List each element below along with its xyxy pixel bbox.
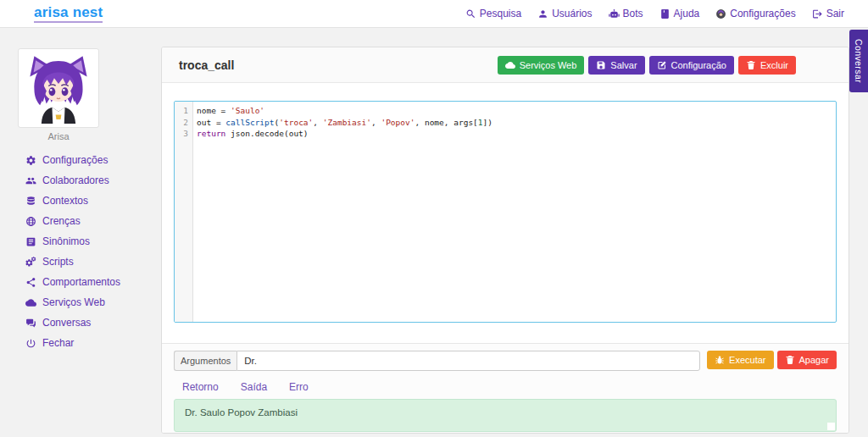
servicos-web-button[interactable]: Serviços Web bbox=[498, 56, 585, 75]
card-header: troca_call Serviços Web Salvar Configura… bbox=[162, 47, 849, 83]
code-line: 1nome = 'Saulo' bbox=[175, 105, 836, 117]
avatar-caption: Arisa bbox=[18, 131, 99, 141]
sidebar-item-contextos[interactable]: Contextos bbox=[25, 191, 120, 211]
nav-item-ajuda[interactable]: Ajuda bbox=[659, 8, 700, 19]
script-card: troca_call Serviços Web Salvar Configura… bbox=[161, 47, 849, 434]
editor-lines: 1nome = 'Saulo'2out = callScript('troca'… bbox=[175, 102, 836, 140]
trash-icon bbox=[785, 355, 795, 365]
nav-item-pesquisa[interactable]: Pesquisa bbox=[465, 8, 521, 19]
tab-erro[interactable]: Erro bbox=[289, 381, 309, 393]
share-icon bbox=[25, 277, 36, 288]
button-label: Excluir bbox=[760, 60, 788, 70]
nav-item-label: Sair bbox=[826, 8, 844, 19]
cloud-icon bbox=[505, 60, 515, 70]
comments-icon bbox=[25, 318, 36, 329]
nav-item-label: Configurações bbox=[730, 8, 795, 19]
trash-icon bbox=[746, 60, 756, 70]
sidebar-item-sinonimos[interactable]: Sinônimos bbox=[25, 231, 120, 252]
code-editor[interactable]: 1nome = 'Saulo'2out = callScript('troca'… bbox=[174, 101, 837, 323]
header-buttons: Serviços Web Salvar Configuração Excluir bbox=[498, 56, 796, 75]
sidebar-item-label: Contextos bbox=[42, 195, 88, 207]
navbar-menu: Pesquisa Usuários Bots Ajuda Configuraçõ… bbox=[449, 8, 844, 19]
book-icon bbox=[659, 8, 670, 19]
database-icon bbox=[25, 196, 36, 207]
executar-button-label: Executar bbox=[729, 355, 765, 365]
save-icon bbox=[596, 60, 606, 70]
salvar-button[interactable]: Salvar bbox=[588, 56, 644, 75]
line-number: 2 bbox=[175, 117, 192, 129]
cloud-icon bbox=[25, 297, 36, 308]
sidebar-item-crencas[interactable]: Crenças bbox=[25, 211, 120, 231]
result-text: Dr. Saulo Popov Zambiasi bbox=[185, 407, 298, 418]
button-label: Serviços Web bbox=[520, 60, 577, 70]
user-icon bbox=[537, 8, 548, 19]
app-logo[interactable]: arisa nest bbox=[34, 4, 103, 23]
apagar-button[interactable]: Apagar bbox=[777, 351, 837, 369]
conversar-tab[interactable]: Conversar bbox=[849, 30, 868, 92]
list-icon bbox=[25, 236, 36, 247]
nav-item-label: Bots bbox=[623, 8, 643, 19]
button-label: Configuração bbox=[671, 60, 726, 70]
line-number: 1 bbox=[175, 105, 192, 117]
nav-item-configuracoes[interactable]: Configurações bbox=[715, 8, 795, 19]
arguments-input-group: Argumentos bbox=[174, 351, 700, 371]
configuracao-button[interactable]: Configuração bbox=[649, 56, 734, 75]
sidebar-item-fechar[interactable]: Fechar bbox=[25, 333, 120, 353]
nav-item-label: Usuários bbox=[552, 8, 592, 19]
tab-retorno[interactable]: Retorno bbox=[182, 381, 219, 393]
sidebar-item-label: Sinônimos bbox=[42, 235, 90, 247]
sidebar-item-label: Scripts bbox=[42, 256, 74, 268]
nav-item-label: Pesquisa bbox=[480, 8, 521, 19]
code-line: 2out = callScript('troca', 'Zambiasi', '… bbox=[175, 117, 836, 129]
sidebar-item-label: Comportamentos bbox=[42, 276, 120, 288]
sidebar-item-configuracoes[interactable]: Configurações bbox=[25, 150, 120, 170]
sidebar-item-colaboradores[interactable]: Colaboradores bbox=[25, 170, 120, 191]
nav-item-usuarios[interactable]: Usuários bbox=[537, 8, 592, 19]
sidebar-item-label: Crenças bbox=[42, 215, 81, 227]
button-label: Salvar bbox=[610, 60, 637, 70]
bug-icon bbox=[715, 355, 725, 365]
users-icon bbox=[25, 175, 36, 186]
card-body: 1nome = 'Saulo'2out = callScript('troca'… bbox=[162, 83, 849, 343]
sign-out-icon bbox=[812, 8, 823, 19]
avatar-icon bbox=[715, 8, 726, 19]
sidebar-menu: Configurações Colaboradores Contextos Cr… bbox=[25, 150, 120, 353]
globe-icon bbox=[25, 216, 36, 227]
code-line: 3return json.decode(out) bbox=[175, 128, 836, 140]
arisa-avatar-image bbox=[22, 53, 95, 124]
gear-icon bbox=[25, 155, 36, 166]
bot-avatar-card bbox=[18, 48, 99, 128]
sidebar-item-conversas[interactable]: Conversas bbox=[25, 313, 120, 333]
card-footer: Argumentos Executar Apagar RetornoSaídaE… bbox=[162, 343, 849, 434]
tab-saida[interactable]: Saída bbox=[241, 381, 267, 393]
power-icon bbox=[25, 338, 36, 349]
sidebar-item-servicos-web[interactable]: Serviços Web bbox=[25, 292, 120, 313]
sidebar-item-label: Configurações bbox=[42, 154, 108, 166]
sidebar-item-label: Conversas bbox=[42, 317, 91, 329]
cogs-icon bbox=[25, 257, 36, 268]
sidebar-item-scripts[interactable]: Scripts bbox=[25, 252, 120, 272]
line-number: 3 bbox=[175, 128, 192, 140]
script-title: troca_call bbox=[179, 58, 234, 72]
sidebar-item-label: Serviços Web bbox=[42, 296, 105, 308]
arguments-label: Argumentos bbox=[174, 351, 236, 371]
executar-button[interactable]: Executar bbox=[707, 351, 773, 369]
sidebar-item-label: Fechar bbox=[42, 337, 74, 349]
result-output: Dr. Saulo Popov Zambiasi bbox=[174, 399, 837, 432]
search-icon bbox=[465, 8, 476, 19]
arguments-row: Argumentos Executar Apagar bbox=[174, 351, 837, 371]
nav-item-bots[interactable]: Bots bbox=[609, 8, 643, 19]
excluir-button[interactable]: Excluir bbox=[738, 56, 796, 75]
robot-icon bbox=[609, 8, 620, 19]
result-tabs: RetornoSaídaErro bbox=[182, 381, 837, 393]
edit-icon bbox=[657, 60, 667, 70]
arguments-input[interactable] bbox=[236, 351, 700, 371]
sidebar-item-label: Colaboradores bbox=[42, 174, 109, 186]
top-navbar: arisa nest Pesquisa Usuários Bots Ajuda … bbox=[0, 0, 868, 28]
nav-item-sair[interactable]: Sair bbox=[812, 8, 844, 19]
resize-handle[interactable] bbox=[827, 423, 835, 430]
sidebar-item-comportamentos[interactable]: Comportamentos bbox=[25, 272, 120, 292]
apagar-button-label: Apagar bbox=[799, 355, 829, 365]
nav-item-label: Ajuda bbox=[674, 8, 700, 19]
